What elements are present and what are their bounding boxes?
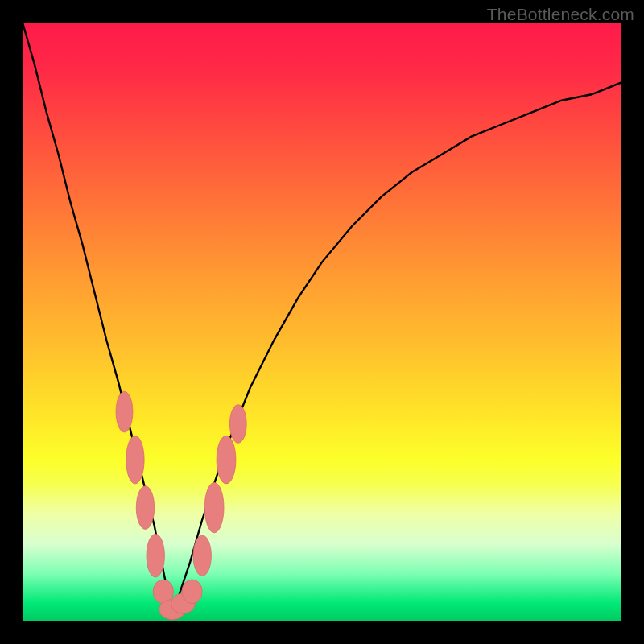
right-cluster-4 <box>229 405 246 444</box>
right-cluster-3 <box>217 436 236 484</box>
chart-plot-area <box>23 23 621 621</box>
right-cluster-2 <box>204 482 224 532</box>
left-cluster-1 <box>147 534 164 577</box>
left-cluster-4 <box>116 391 133 432</box>
left-cluster-2 <box>136 486 154 530</box>
chart-svg <box>23 23 621 621</box>
watermark-text: TheBottleneck.com <box>487 5 634 24</box>
left-cluster-3 <box>126 436 144 484</box>
trough-4 <box>182 580 202 604</box>
chart-frame: TheBottleneck.com <box>0 0 644 644</box>
bottleneck-curve <box>23 23 621 609</box>
right-cluster-1 <box>193 535 211 576</box>
